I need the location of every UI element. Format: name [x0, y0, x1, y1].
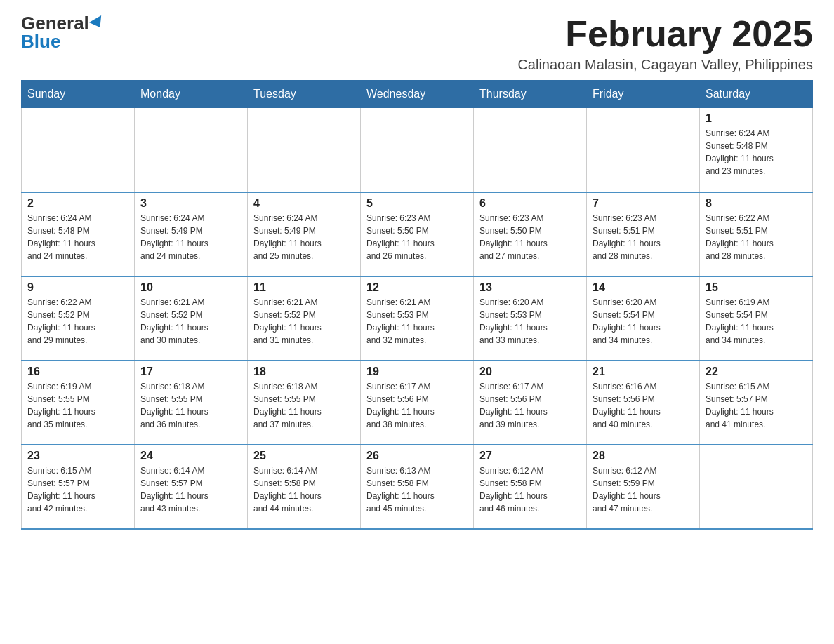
day-number: 22	[706, 365, 807, 378]
day-number: 15	[706, 281, 807, 294]
calendar-cell: 1Sunrise: 6:24 AM Sunset: 5:48 PM Daylig…	[700, 108, 813, 192]
calendar-cell: 2Sunrise: 6:24 AM Sunset: 5:48 PM Daylig…	[22, 192, 135, 276]
day-number: 14	[593, 281, 694, 294]
day-number: 11	[253, 281, 355, 294]
day-number: 27	[479, 450, 581, 462]
calendar-cell: 23Sunrise: 6:15 AM Sunset: 5:57 PM Dayli…	[22, 445, 135, 529]
day-info: Sunrise: 6:19 AM Sunset: 5:54 PM Dayligh…	[706, 296, 807, 347]
day-info: Sunrise: 6:22 AM Sunset: 5:51 PM Dayligh…	[706, 212, 807, 262]
calendar-cell: 4Sunrise: 6:24 AM Sunset: 5:49 PM Daylig…	[248, 192, 361, 276]
day-number: 10	[140, 281, 241, 294]
weekday-header-tuesday: Tuesday	[248, 81, 361, 108]
calendar-cell: 28Sunrise: 6:12 AM Sunset: 5:59 PM Dayli…	[587, 445, 700, 529]
day-number: 13	[479, 281, 581, 294]
calendar-cell: 13Sunrise: 6:20 AM Sunset: 5:53 PM Dayli…	[474, 276, 587, 361]
calendar-cell	[22, 108, 135, 192]
calendar-cell: 8Sunrise: 6:22 AM Sunset: 5:51 PM Daylig…	[700, 192, 813, 276]
day-number: 28	[593, 450, 694, 462]
day-number: 8	[706, 197, 807, 210]
location-subtitle: Calinaoan Malasin, Cagayan Valley, Phili…	[517, 57, 813, 73]
day-info: Sunrise: 6:24 AM Sunset: 5:49 PM Dayligh…	[253, 212, 355, 262]
calendar-cell	[248, 108, 361, 192]
calendar-cell: 9Sunrise: 6:22 AM Sunset: 5:52 PM Daylig…	[22, 276, 135, 361]
calendar-cell: 6Sunrise: 6:23 AM Sunset: 5:50 PM Daylig…	[474, 192, 587, 276]
page-header: General Blue February 2025 Calinaoan Mal…	[21, 14, 813, 73]
calendar-cell: 16Sunrise: 6:19 AM Sunset: 5:55 PM Dayli…	[22, 361, 135, 445]
day-info: Sunrise: 6:15 AM Sunset: 5:57 PM Dayligh…	[706, 380, 807, 431]
calendar-cell: 26Sunrise: 6:13 AM Sunset: 5:58 PM Dayli…	[361, 445, 474, 529]
day-info: Sunrise: 6:21 AM Sunset: 5:52 PM Dayligh…	[140, 296, 241, 347]
day-number: 25	[253, 450, 355, 462]
title-area: February 2025 Calinaoan Malasin, Cagayan…	[517, 14, 813, 73]
calendar-cell: 3Sunrise: 6:24 AM Sunset: 5:49 PM Daylig…	[135, 192, 248, 276]
calendar-cell: 24Sunrise: 6:14 AM Sunset: 5:57 PM Dayli…	[135, 445, 248, 529]
calendar-cell: 18Sunrise: 6:18 AM Sunset: 5:55 PM Dayli…	[248, 361, 361, 445]
calendar-cell	[700, 445, 813, 529]
calendar-cell: 19Sunrise: 6:17 AM Sunset: 5:56 PM Dayli…	[361, 361, 474, 445]
day-number: 6	[479, 197, 581, 210]
day-number: 16	[27, 365, 128, 378]
day-number: 1	[706, 112, 807, 125]
calendar-cell	[587, 108, 700, 192]
weekday-header-thursday: Thursday	[474, 81, 587, 108]
day-info: Sunrise: 6:24 AM Sunset: 5:49 PM Dayligh…	[140, 212, 241, 262]
day-info: Sunrise: 6:22 AM Sunset: 5:52 PM Dayligh…	[27, 296, 128, 347]
calendar-week-1: 1Sunrise: 6:24 AM Sunset: 5:48 PM Daylig…	[22, 108, 813, 192]
day-info: Sunrise: 6:16 AM Sunset: 5:56 PM Dayligh…	[593, 380, 694, 431]
calendar-cell: 10Sunrise: 6:21 AM Sunset: 5:52 PM Dayli…	[135, 276, 248, 361]
calendar-cell	[361, 108, 474, 192]
day-number: 20	[479, 365, 581, 378]
day-info: Sunrise: 6:12 AM Sunset: 5:59 PM Dayligh…	[593, 464, 694, 515]
calendar-cell: 15Sunrise: 6:19 AM Sunset: 5:54 PM Dayli…	[700, 276, 813, 361]
day-info: Sunrise: 6:19 AM Sunset: 5:55 PM Dayligh…	[27, 380, 128, 431]
day-info: Sunrise: 6:14 AM Sunset: 5:57 PM Dayligh…	[140, 464, 241, 515]
calendar-cell: 7Sunrise: 6:23 AM Sunset: 5:51 PM Daylig…	[587, 192, 700, 276]
day-info: Sunrise: 6:24 AM Sunset: 5:48 PM Dayligh…	[706, 127, 807, 177]
day-number: 26	[366, 450, 468, 462]
weekday-header-monday: Monday	[135, 81, 248, 108]
day-info: Sunrise: 6:14 AM Sunset: 5:58 PM Dayligh…	[253, 464, 355, 515]
weekday-header-saturday: Saturday	[700, 81, 813, 108]
day-info: Sunrise: 6:21 AM Sunset: 5:52 PM Dayligh…	[253, 296, 355, 347]
day-number: 5	[366, 197, 468, 210]
day-info: Sunrise: 6:23 AM Sunset: 5:50 PM Dayligh…	[366, 212, 468, 262]
day-info: Sunrise: 6:23 AM Sunset: 5:50 PM Dayligh…	[479, 212, 581, 262]
day-number: 7	[593, 197, 694, 210]
day-info: Sunrise: 6:17 AM Sunset: 5:56 PM Dayligh…	[479, 380, 581, 431]
day-info: Sunrise: 6:20 AM Sunset: 5:53 PM Dayligh…	[479, 296, 581, 347]
day-number: 3	[140, 197, 241, 210]
day-number: 23	[27, 450, 128, 462]
calendar-cell: 5Sunrise: 6:23 AM Sunset: 5:50 PM Daylig…	[361, 192, 474, 276]
calendar-cell: 11Sunrise: 6:21 AM Sunset: 5:52 PM Dayli…	[248, 276, 361, 361]
day-number: 17	[140, 365, 241, 378]
calendar-cell: 17Sunrise: 6:18 AM Sunset: 5:55 PM Dayli…	[135, 361, 248, 445]
calendar-cell: 22Sunrise: 6:15 AM Sunset: 5:57 PM Dayli…	[700, 361, 813, 445]
weekday-header-friday: Friday	[587, 81, 700, 108]
day-info: Sunrise: 6:15 AM Sunset: 5:57 PM Dayligh…	[27, 464, 128, 515]
day-number: 19	[366, 365, 468, 378]
weekday-header-sunday: Sunday	[22, 81, 135, 108]
weekday-header-row: SundayMondayTuesdayWednesdayThursdayFrid…	[22, 81, 813, 108]
calendar-cell: 21Sunrise: 6:16 AM Sunset: 5:56 PM Dayli…	[587, 361, 700, 445]
calendar-week-5: 23Sunrise: 6:15 AM Sunset: 5:57 PM Dayli…	[22, 445, 813, 529]
day-info: Sunrise: 6:13 AM Sunset: 5:58 PM Dayligh…	[366, 464, 468, 515]
month-title: February 2025	[517, 14, 813, 54]
day-number: 12	[366, 281, 468, 294]
day-info: Sunrise: 6:18 AM Sunset: 5:55 PM Dayligh…	[140, 380, 241, 431]
calendar-table: SundayMondayTuesdayWednesdayThursdayFrid…	[21, 80, 813, 530]
day-info: Sunrise: 6:20 AM Sunset: 5:54 PM Dayligh…	[593, 296, 694, 347]
logo-blue-text: Blue	[21, 32, 60, 51]
calendar-week-3: 9Sunrise: 6:22 AM Sunset: 5:52 PM Daylig…	[22, 276, 813, 361]
calendar-cell: 14Sunrise: 6:20 AM Sunset: 5:54 PM Dayli…	[587, 276, 700, 361]
calendar-cell: 27Sunrise: 6:12 AM Sunset: 5:58 PM Dayli…	[474, 445, 587, 529]
logo: General Blue	[21, 14, 105, 51]
calendar-cell	[474, 108, 587, 192]
weekday-header-wednesday: Wednesday	[361, 81, 474, 108]
calendar-cell: 12Sunrise: 6:21 AM Sunset: 5:53 PM Dayli…	[361, 276, 474, 361]
day-info: Sunrise: 6:18 AM Sunset: 5:55 PM Dayligh…	[253, 380, 355, 431]
logo-triangle-icon	[89, 15, 106, 31]
logo-general-text: General	[21, 14, 89, 32]
day-number: 9	[27, 281, 128, 294]
day-number: 21	[593, 365, 694, 378]
day-info: Sunrise: 6:21 AM Sunset: 5:53 PM Dayligh…	[366, 296, 468, 347]
